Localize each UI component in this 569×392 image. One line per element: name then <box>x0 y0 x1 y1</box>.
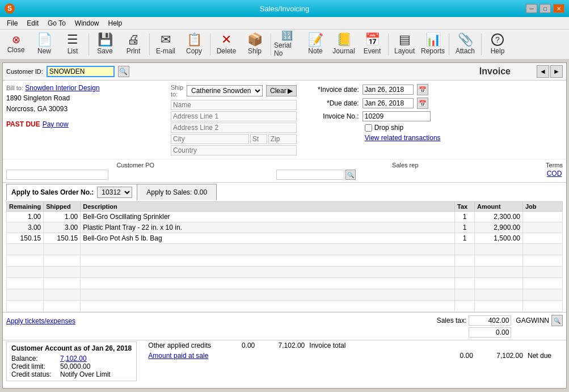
close-button[interactable]: ⊗ Close <box>2 31 29 57</box>
invoice-total-label: Invoice total <box>309 342 345 349</box>
menu-edit[interactable]: Edit <box>22 18 43 28</box>
ship-to-state-input[interactable] <box>250 134 267 144</box>
minimize-button[interactable]: ─ <box>526 4 537 13</box>
serialno-button[interactable]: 🔢 Serial No <box>273 31 301 57</box>
ship-to-address2-input[interactable] <box>171 123 297 133</box>
reports-button[interactable]: 📊 Reports <box>419 31 446 57</box>
clear-button[interactable]: Clear ▶ <box>266 85 297 96</box>
email-button[interactable]: ✉ E-mail <box>152 31 179 57</box>
copy-button[interactable]: 📋 Copy <box>180 31 208 57</box>
maximize-button[interactable]: □ <box>540 4 551 13</box>
email-icon: ✉ <box>161 33 171 46</box>
help-icon: ? <box>491 33 504 46</box>
ship-to-select[interactable]: Catherine Snowden <box>187 85 263 96</box>
amount-paid-value: 0.00 <box>445 352 473 360</box>
sales-rep-search-button[interactable]: 🔍 <box>345 170 356 180</box>
save-button[interactable]: 💾 Save <box>91 31 119 57</box>
close-window-button[interactable]: ✕ <box>553 4 564 13</box>
table-row[interactable]: 150.15 150.15 Bell-Gro Pot Ash 5 lb. Bag… <box>7 233 563 244</box>
bill-to-name-link[interactable]: Snowden Interior Design <box>25 84 99 92</box>
sales-tax-search-button[interactable]: 🔍 <box>551 315 563 326</box>
apply-order-select[interactable]: 10312 <box>97 187 132 198</box>
clear-arrow-icon: ▶ <box>288 87 293 95</box>
layout-button[interactable]: ▤ Layout <box>391 31 418 57</box>
menu-goto[interactable]: Go To <box>43 18 70 28</box>
nav-prev-button[interactable]: ◄ <box>537 65 549 78</box>
invoice-details: *Invoice date: 📅 *Due date: 📅 Invoice No… <box>302 84 563 155</box>
customer-id-input[interactable] <box>47 66 115 77</box>
ship-to-country-input[interactable] <box>171 145 297 155</box>
event-icon: 📅 <box>365 33 380 46</box>
ship-to-zip-input[interactable] <box>268 134 297 144</box>
credit-limit-row: Credit limit: 50,000.00 <box>11 363 132 370</box>
balance-row: Balance: 7,102.00 <box>11 355 132 363</box>
view-related-link[interactable]: View related transactions <box>365 134 563 142</box>
menu-window[interactable]: Window <box>70 18 104 28</box>
serialno-label: Serial No <box>274 41 300 57</box>
table-row[interactable]: 1.00 1.00 Bell-Gro Oscillating Sprinkler… <box>7 212 563 222</box>
bill-to-address: 1890 Singleton Road Norcross, GA 30093 <box>6 93 165 115</box>
help-label: Help <box>491 47 505 55</box>
cell-amount: 2,300.00 <box>475 212 523 222</box>
menu-help[interactable]: Help <box>104 18 127 28</box>
drop-ship-row: Drop ship <box>365 124 563 132</box>
cell-shipped: 150.15 <box>44 233 81 244</box>
ship-button[interactable]: 📦 Ship <box>241 31 268 57</box>
cell-description: Bell-Gro Oscillating Sprinkler <box>81 212 455 222</box>
customer-po-section: Customer PO <box>6 162 265 180</box>
cell-remaining: 3.00 <box>7 222 44 233</box>
customer-search-button[interactable]: 🔍 <box>118 66 129 77</box>
sales-tax-row: Sales tax: GAGWINN 🔍 <box>429 315 563 326</box>
apply-tickets-link[interactable]: Apply tickets/expenses <box>6 317 75 325</box>
toolbar-sep-2 <box>149 33 150 55</box>
table-row[interactable]: 3.00 3.00 Plastic Plant Tray - 22 in. x … <box>7 222 563 233</box>
invoice-date-calendar-button[interactable]: 📅 <box>417 84 428 95</box>
secondary-tax-input[interactable] <box>469 327 511 338</box>
menu-file[interactable]: File <box>2 18 22 28</box>
list-button[interactable]: ☰ List <box>59 31 86 57</box>
customer-account-box: Customer Account as of Jan 26, 2018 Bala… <box>6 342 137 381</box>
toolbar-sep-4 <box>271 33 271 55</box>
due-date-calendar-button[interactable]: 📅 <box>417 98 428 109</box>
balance-value[interactable]: 7,102.00 <box>60 355 87 363</box>
invoice-date-input[interactable] <box>363 85 414 95</box>
attach-button[interactable]: 📎 Attach <box>452 31 479 57</box>
invoice-no-input[interactable] <box>363 111 431 121</box>
cell-tax: 1 <box>455 222 475 233</box>
new-icon: 📄 <box>37 33 52 46</box>
ship-to-city-input[interactable] <box>171 134 249 144</box>
pay-now-link[interactable]: Pay now <box>43 120 69 128</box>
customer-po-input[interactable] <box>6 170 108 180</box>
credit-limit-label: Credit limit: <box>11 363 57 370</box>
delete-button[interactable]: ✕ Delete <box>213 31 240 57</box>
due-date-label: *Due date: <box>302 99 359 107</box>
due-date-input[interactable] <box>363 98 414 108</box>
event-button[interactable]: 📅 Event <box>359 31 386 57</box>
menu-bar: File Edit Go To Window Help <box>0 17 569 29</box>
drop-ship-checkbox[interactable] <box>365 124 372 132</box>
table-row-empty <box>7 278 563 289</box>
print-button[interactable]: 🖨 Print <box>120 31 147 57</box>
ship-to-address1-input[interactable] <box>171 111 297 121</box>
delete-label: Delete <box>217 47 237 55</box>
bill-to-address2: Norcross, GA 30093 <box>6 104 165 115</box>
save-label: Save <box>97 47 112 55</box>
save-icon: 💾 <box>98 33 113 46</box>
bill-to-label: Bill to: <box>6 85 23 91</box>
nav-next-button[interactable]: ► <box>550 65 563 78</box>
credit-status-value: Notify Over Limit <box>60 370 111 378</box>
sales-tax-input[interactable] <box>469 315 511 326</box>
copy-label: Copy <box>186 47 202 55</box>
ship-to-name-input[interactable] <box>171 100 297 110</box>
journal-button[interactable]: 📒 Journal <box>330 31 357 57</box>
col-header-description: Description <box>81 202 455 212</box>
bill-to-address1: 1890 Singleton Road <box>6 93 165 104</box>
help-button[interactable]: ? Help <box>484 31 511 57</box>
list-label: List <box>68 47 78 55</box>
credit-status-label: Credit status: <box>11 370 57 378</box>
sales-rep-input[interactable] <box>276 170 344 180</box>
amount-paid-link[interactable]: Amount paid at sale <box>148 352 208 360</box>
new-button[interactable]: 📄 New <box>31 31 58 57</box>
copy-icon: 📋 <box>187 33 202 46</box>
note-button[interactable]: 📝 Note <box>302 31 329 57</box>
